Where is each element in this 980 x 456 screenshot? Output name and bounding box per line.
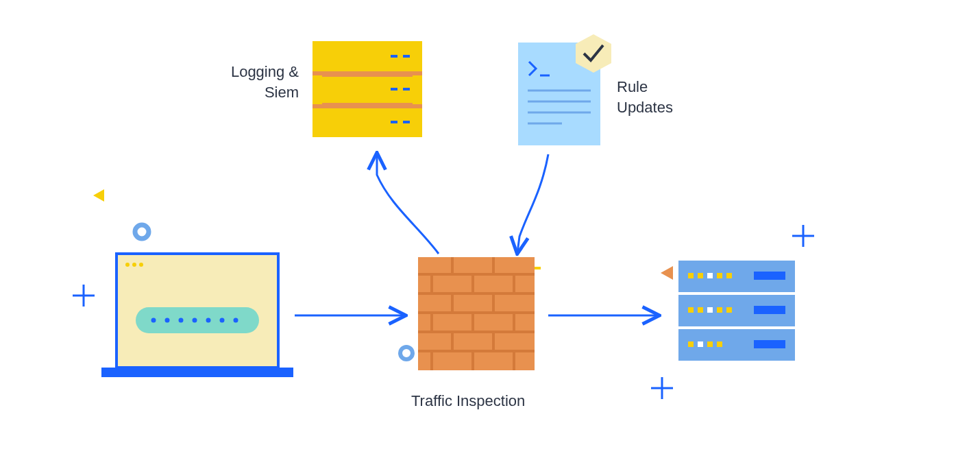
triangle-icon [93, 189, 104, 202]
svg-rect-79 [707, 341, 713, 347]
server-rack-icon [678, 261, 795, 361]
rules-document-icon [518, 34, 611, 145]
svg-rect-74 [717, 307, 722, 313]
plus-icon [73, 285, 95, 307]
svg-rect-66 [698, 273, 703, 278]
svg-point-17 [193, 318, 197, 323]
svg-rect-78 [698, 341, 703, 347]
svg-rect-47 [322, 71, 413, 77]
rules-label: Rule Updates [617, 77, 673, 117]
siem-label: Logging & Siem [196, 62, 299, 102]
svg-point-10 [125, 263, 130, 267]
gear-icon [135, 225, 149, 239]
svg-rect-77 [688, 341, 694, 347]
svg-rect-67 [707, 273, 713, 278]
svg-rect-68 [717, 273, 722, 278]
gear-icon [400, 347, 413, 359]
svg-rect-72 [698, 307, 703, 313]
triangle-icon [661, 266, 673, 280]
svg-point-12 [139, 263, 143, 267]
diagram-canvas [0, 0, 980, 456]
svg-rect-76 [754, 306, 785, 314]
svg-rect-48 [322, 103, 413, 108]
siem-server-icon [313, 41, 422, 137]
svg-rect-75 [726, 307, 732, 313]
svg-rect-70 [754, 272, 785, 280]
svg-rect-81 [754, 340, 785, 348]
arrow-firewall-to-siem [377, 154, 439, 254]
plus-icon [792, 225, 814, 247]
svg-point-19 [220, 318, 225, 323]
svg-point-18 [206, 318, 211, 323]
firewall-icon [418, 257, 535, 370]
svg-rect-65 [688, 273, 694, 278]
svg-point-16 [179, 318, 184, 323]
arrow-rules-to-firewall [517, 154, 548, 252]
svg-rect-80 [717, 341, 722, 347]
svg-point-15 [165, 318, 170, 323]
svg-rect-73 [707, 307, 713, 313]
firewall-label: Traffic Inspection [411, 391, 525, 411]
client-laptop-icon [101, 254, 293, 377]
svg-point-20 [234, 318, 238, 323]
svg-point-14 [151, 318, 156, 323]
svg-rect-69 [726, 273, 732, 278]
svg-point-11 [132, 263, 136, 267]
plus-icon [651, 377, 673, 399]
svg-rect-8 [101, 368, 293, 377]
svg-rect-71 [688, 307, 694, 313]
